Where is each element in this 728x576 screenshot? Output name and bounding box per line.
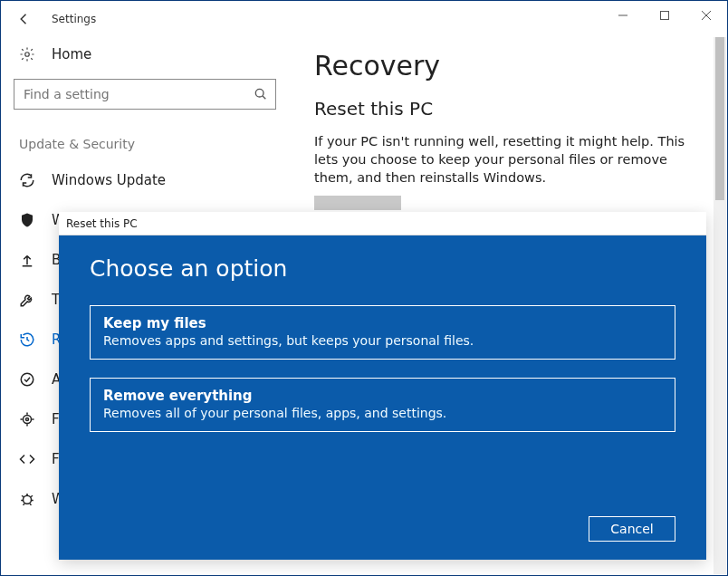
dialog-titlebar: Reset this PC (59, 212, 706, 235)
option-description: Removes apps and settings, but keeps you… (103, 333, 662, 348)
home-label: Home (52, 46, 91, 62)
window-controls (602, 1, 727, 37)
svg-point-3 (21, 373, 34, 386)
gear-icon (19, 46, 35, 62)
svg-point-1 (25, 53, 30, 57)
dialog-title: Reset this PC (66, 217, 138, 230)
section-heading: Update & Security (14, 130, 276, 160)
wrench-icon (19, 292, 35, 308)
sidebar-item-label: Windows Update (52, 172, 166, 188)
home-link[interactable]: Home (14, 37, 276, 79)
scrollbar-thumb[interactable] (715, 37, 724, 200)
svg-rect-0 (661, 12, 669, 20)
history-icon (19, 331, 35, 348)
dialog-heading: Choose an option (90, 255, 675, 282)
option-title: Remove everything (103, 388, 662, 404)
cancel-button[interactable]: Cancel (589, 516, 675, 542)
svg-point-5 (26, 418, 29, 421)
close-button[interactable] (685, 1, 727, 30)
page-title: Recovery (314, 50, 711, 82)
bug-icon (19, 491, 35, 507)
maximize-button[interactable] (644, 1, 685, 30)
reset-pc-dialog: Reset this PC Choose an option Keep my f… (59, 212, 706, 560)
refresh-icon (19, 172, 35, 188)
content-description: If your PC isn't running well, resetting… (314, 132, 694, 187)
content-subheading: Reset this PC (314, 98, 711, 120)
shield-icon (19, 212, 35, 228)
option-keep-files[interactable]: Keep my files Removes apps and settings,… (90, 305, 675, 360)
title-bar: Settings (1, 1, 727, 37)
svg-point-6 (24, 495, 32, 504)
sidebar-item-win-update[interactable]: Windows Update (14, 160, 276, 200)
app-title: Settings (52, 13, 96, 25)
search-input[interactable] (22, 86, 254, 102)
option-title: Keep my files (103, 315, 662, 331)
back-button[interactable] (14, 8, 35, 30)
location-icon (19, 411, 35, 427)
search-icon (254, 87, 268, 101)
get-started-button[interactable] (314, 196, 401, 210)
minimize-button[interactable] (602, 1, 644, 30)
search-box[interactable] (14, 79, 276, 110)
check-circle-icon (19, 371, 35, 388)
scrollbar[interactable] (714, 37, 726, 574)
svg-point-4 (24, 416, 32, 424)
option-remove-all[interactable]: Remove everything Removes all of your pe… (90, 378, 675, 432)
code-icon (19, 451, 35, 467)
svg-point-2 (255, 89, 263, 97)
option-description: Removes all of your personal files, apps… (103, 406, 662, 420)
backup-icon (19, 252, 35, 268)
